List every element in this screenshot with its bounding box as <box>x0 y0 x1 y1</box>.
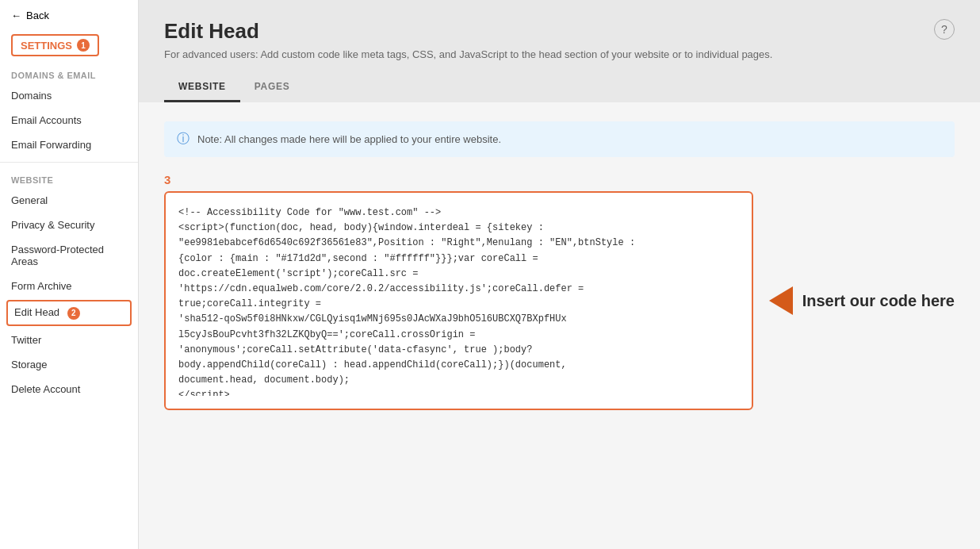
sidebar-item-privacy-security[interactable]: Privacy & Security <box>0 213 138 237</box>
settings-badge[interactable]: SETTINGS 1 <box>11 34 99 56</box>
code-section: <!-- Accessibility Code for "www.test.co… <box>164 191 955 410</box>
step-annotation: 3 <box>164 173 955 186</box>
info-banner: ⓘ Note: All changes made here will be ap… <box>164 121 955 157</box>
info-banner-text: Note: All changes made here will be appl… <box>197 133 501 145</box>
tabs-bar: WEBSITE PAGES <box>164 73 955 102</box>
sidebar-item-twitter[interactable]: Twitter <box>0 328 138 352</box>
content-area: ⓘ Note: All changes made here will be ap… <box>139 102 980 549</box>
edit-head-badge: 2 <box>67 307 80 320</box>
sidebar-item-domains[interactable]: Domains <box>0 83 138 108</box>
settings-badge-number: 1 <box>77 39 90 52</box>
sidebar-item-email-forwarding[interactable]: Email Forwarding <box>0 132 138 157</box>
page-header: Edit Head For advanced users: Add custom… <box>139 0 980 102</box>
tab-pages[interactable]: PAGES <box>240 73 304 102</box>
main-content: Edit Head For advanced users: Add custom… <box>139 0 980 549</box>
sidebar: ← Back SETTINGS 1 DOMAINS & EMAIL Domain… <box>0 0 139 549</box>
page-subtitle: For advanced users: Add custom code like… <box>164 48 772 60</box>
section-label-website: WEBSITE <box>0 167 138 188</box>
tab-website[interactable]: WEBSITE <box>164 73 240 102</box>
sidebar-item-email-accounts[interactable]: Email Accounts <box>0 108 138 132</box>
code-area-wrapper: <!-- Accessibility Code for "www.test.co… <box>164 191 753 410</box>
settings-label: SETTINGS <box>21 40 72 52</box>
page-title: Edit Head <box>164 19 772 44</box>
annotation-arrow-icon <box>769 286 793 315</box>
back-label: Back <box>26 10 49 21</box>
sidebar-item-delete-account[interactable]: Delete Account <box>0 377 138 401</box>
sidebar-divider-1 <box>0 162 138 163</box>
back-arrow-icon: ← <box>11 10 21 21</box>
section-label-domains-email: DOMAINS & EMAIL <box>0 63 138 83</box>
info-icon: ⓘ <box>177 131 189 148</box>
sidebar-item-password-protected-areas[interactable]: Password-Protected Areas <box>0 237 138 274</box>
help-icon[interactable]: ? <box>934 19 955 40</box>
code-editor[interactable]: <!-- Accessibility Code for "www.test.co… <box>178 205 739 396</box>
sidebar-item-storage[interactable]: Storage <box>0 352 138 377</box>
back-button[interactable]: ← Back <box>0 0 138 31</box>
annotation-label: Insert our code here <box>802 292 955 310</box>
annotation-container: Insert our code here <box>769 286 955 315</box>
sidebar-item-general[interactable]: General <box>0 188 138 213</box>
sidebar-item-form-archive[interactable]: Form Archive <box>0 274 138 298</box>
sidebar-item-edit-head[interactable]: Edit Head 2 <box>6 300 132 326</box>
